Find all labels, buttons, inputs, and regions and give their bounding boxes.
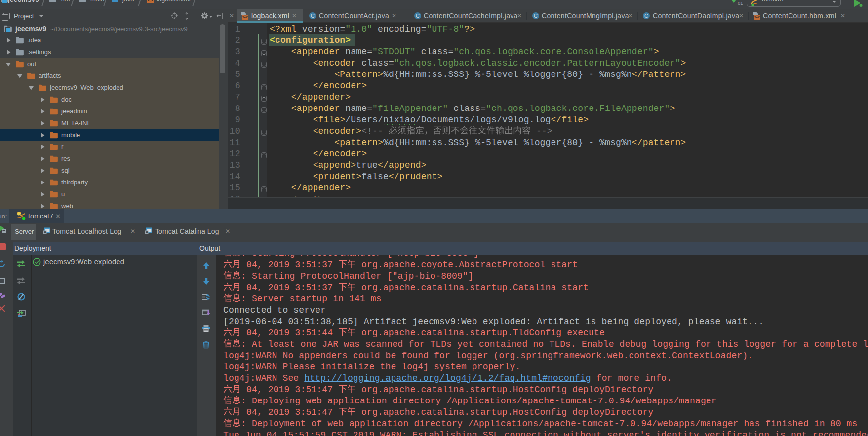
svg-text:C: C [311, 13, 315, 19]
svg-text:C: C [644, 13, 648, 19]
svg-text:<>: <> [754, 15, 760, 20]
svg-text:<>: <> [242, 15, 248, 20]
svg-text:<>: <> [148, 0, 153, 3]
svg-text:C: C [416, 13, 420, 19]
svg-text:C: C [534, 13, 538, 19]
